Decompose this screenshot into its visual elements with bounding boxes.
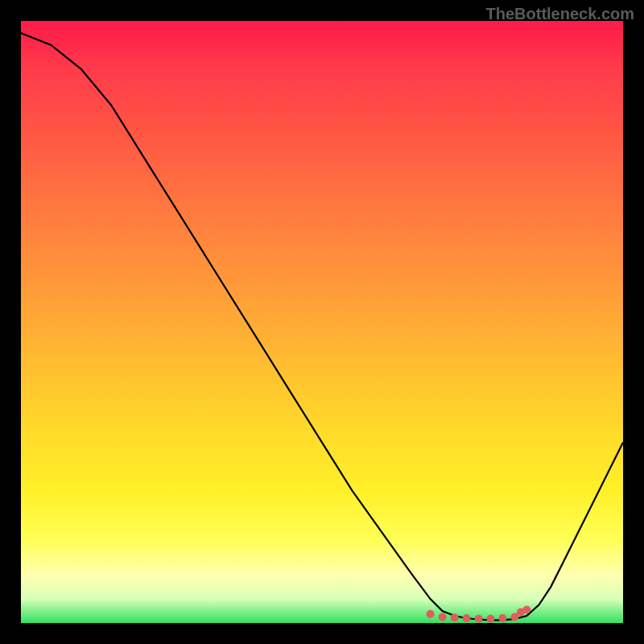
optimal-marker: [427, 610, 435, 618]
optimal-marker: [498, 614, 506, 622]
optimal-marker: [522, 606, 530, 614]
plot-area: [21, 21, 623, 623]
optimal-marker: [451, 613, 459, 621]
optimal-markers: [427, 606, 531, 623]
bottleneck-curve: [21, 33, 623, 620]
watermark-text: TheBottleneck.com: [486, 5, 634, 23]
optimal-marker: [486, 615, 494, 623]
optimal-marker: [439, 613, 447, 621]
chart-svg: [21, 21, 623, 623]
optimal-marker: [463, 614, 471, 622]
optimal-marker: [475, 615, 483, 623]
